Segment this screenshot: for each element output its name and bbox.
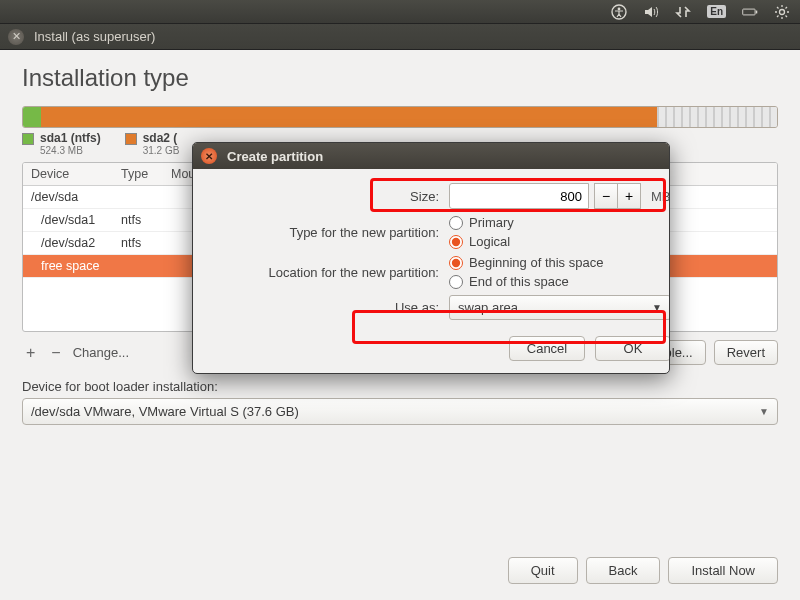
legend-name: sda2 ( [143,131,178,145]
window-title-text: Install (as superuser) [34,29,155,44]
language-indicator[interactable]: En [707,5,726,18]
page-title: Installation type [22,64,778,92]
col-device: Device [31,167,121,181]
remove-partition-button[interactable]: − [47,344,64,362]
window-titlebar: ✕ Install (as superuser) [0,24,800,50]
system-menubar: En [0,0,800,24]
radio-primary[interactable]: Primary [449,215,670,230]
location-label: Location for the new partition: [209,265,449,280]
svg-line-12 [786,7,788,9]
size-input-group: − + MB [449,183,670,209]
legend-size: 524.3 MB [40,145,101,156]
wizard-buttons: Quit Back Install Now [22,543,778,584]
add-partition-button[interactable]: + [22,344,39,362]
col-type: Type [121,167,171,181]
svg-line-9 [777,7,779,9]
partition-bar [22,106,778,128]
radio-logical[interactable]: Logical [449,234,670,249]
svg-rect-3 [756,10,757,13]
dialog-titlebar: ✕ Create partition [193,143,669,169]
bootloader-label: Device for boot loader installation: [22,379,778,394]
accessibility-icon[interactable] [611,4,627,20]
chevron-down-icon: ▼ [759,406,769,417]
svg-point-1 [618,7,621,10]
chevron-down-icon: ▼ [652,302,662,313]
bootloader-select[interactable]: /dev/sda VMware, VMware Virtual S (37.6 … [22,398,778,425]
cancel-button[interactable]: Cancel [509,336,585,361]
quit-button[interactable]: Quit [508,557,578,584]
dialog-title-text: Create partition [227,149,323,164]
partition-seg-sda2 [41,107,657,127]
legend-item-sda2: sda2 ( 31.2 GB [125,131,180,156]
radio-end[interactable]: End of this space [449,274,670,289]
bootloader-selected: /dev/sda VMware, VMware Virtual S (37.6 … [31,404,299,419]
size-input[interactable] [449,183,589,209]
back-button[interactable]: Back [586,557,661,584]
radio-beginning[interactable]: Beginning of this space [449,255,670,270]
size-increment-button[interactable]: + [617,183,641,209]
gear-icon[interactable] [774,4,790,20]
legend-swatch-green [22,133,34,145]
svg-rect-2 [743,9,755,15]
size-decrement-button[interactable]: − [594,183,618,209]
legend-size: 31.2 GB [143,145,180,156]
dialog-close-button[interactable]: ✕ [201,148,217,164]
useas-selected: swap area [458,300,518,315]
sound-icon[interactable] [643,4,659,20]
install-now-button[interactable]: Install Now [668,557,778,584]
battery-icon[interactable] [742,4,758,20]
legend-item-sda1: sda1 (ntfs) 524.3 MB [22,131,101,156]
create-partition-dialog: ✕ Create partition Size: − + MB Type for… [192,142,670,374]
useas-select[interactable]: swap area ▼ [449,295,670,320]
size-label: Size: [209,189,449,204]
svg-line-10 [786,15,788,17]
ok-button[interactable]: OK [595,336,670,361]
size-unit: MB [651,189,670,204]
useas-label: Use as: [209,300,449,315]
window-close-button[interactable]: ✕ [8,29,24,45]
svg-point-4 [780,9,785,14]
partition-seg-free [657,107,777,127]
revert-button[interactable]: Revert [714,340,778,365]
change-button[interactable]: Change... [73,345,129,360]
legend-swatch-orange [125,133,137,145]
network-icon[interactable] [675,4,691,20]
type-label: Type for the new partition: [209,225,449,240]
legend-name: sda1 (ntfs) [40,131,101,145]
svg-line-11 [777,15,779,17]
partition-seg-sda1 [23,107,41,127]
